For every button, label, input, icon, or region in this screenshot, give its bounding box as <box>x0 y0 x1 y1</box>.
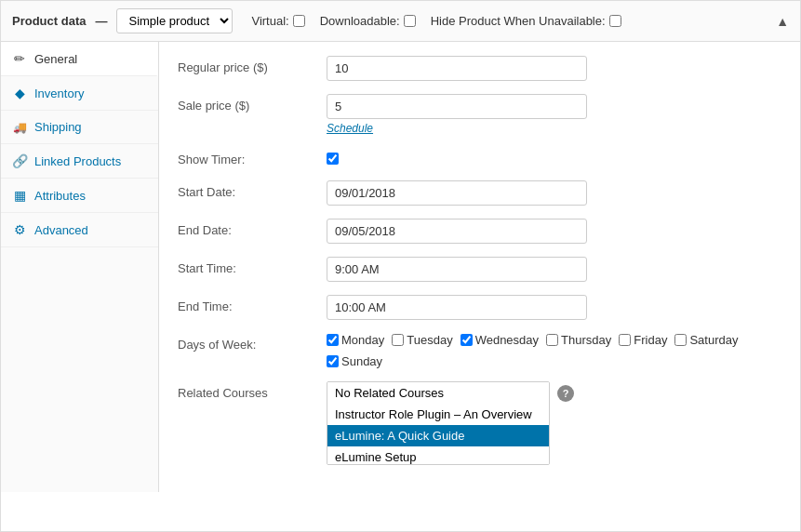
show-timer-row: Show Timer: <box>178 148 781 167</box>
downloadable-option[interactable]: Downloadable: <box>320 14 416 28</box>
show-timer-field <box>327 153 781 167</box>
product-data-dash: — <box>95 14 107 28</box>
sidebar-item-inventory[interactable]: ◆ Inventory <box>1 76 158 111</box>
downloadable-checkbox[interactable] <box>404 15 416 27</box>
start-time-label: Start Time: <box>178 257 327 275</box>
sidebar-item-linked-products[interactable]: 🔗 Linked Products <box>1 144 158 179</box>
related-courses-field: No Related Courses Instructor Role Plugi… <box>327 381 781 465</box>
tuesday-checkbox[interactable] <box>392 334 404 346</box>
sidebar-item-general[interactable]: ✏ General <box>1 42 158 76</box>
product-type-select[interactable]: Simple product <box>116 8 233 33</box>
inventory-icon: ◆ <box>12 86 27 100</box>
day-saturday[interactable]: Saturday <box>674 333 738 347</box>
days-of-week-row: Days of Week: Monday Tuesday <box>178 333 781 368</box>
header-options: Virtual: Downloadable: Hide Product When… <box>251 14 621 28</box>
day-monday[interactable]: Monday <box>327 333 384 347</box>
days-of-week-field: Monday Tuesday Wednesday Thursday <box>327 333 781 368</box>
end-date-field <box>327 219 781 244</box>
sidebar-label-shipping: Shipping <box>34 120 82 134</box>
regular-price-row: Regular price ($) <box>178 56 781 81</box>
start-date-input[interactable] <box>327 180 587 206</box>
collapse-button[interactable]: ▲ <box>776 14 789 29</box>
thursday-checkbox[interactable] <box>546 334 558 346</box>
related-courses-label: Related Courses <box>178 381 327 400</box>
days-checkboxes: Monday Tuesday Wednesday Thursday <box>327 333 781 368</box>
day-wednesday[interactable]: Wednesday <box>461 333 539 347</box>
monday-checkbox[interactable] <box>327 334 339 346</box>
course-option-elumine-setup[interactable]: eLumine Setup <box>327 446 549 465</box>
product-data-body: ✏ General ◆ Inventory 🚚 Shipping 🔗 Linke… <box>1 42 800 492</box>
days-of-week-label: Days of Week: <box>178 333 327 352</box>
show-timer-label: Show Timer: <box>178 148 327 166</box>
start-date-label: Start Date: <box>178 180 327 199</box>
hide-product-option[interactable]: Hide Product When Unavailable: <box>431 14 621 28</box>
related-courses-container: No Related Courses Instructor Role Plugi… <box>327 381 781 465</box>
saturday-checkbox[interactable] <box>674 334 687 346</box>
regular-price-field <box>327 56 781 81</box>
main-content: Regular price ($) Sale price ($) Schedul… <box>159 42 800 492</box>
end-date-input[interactable] <box>327 219 587 244</box>
sidebar-label-linked-products: Linked Products <box>34 154 121 168</box>
sale-price-field: Schedule <box>327 94 781 135</box>
start-time-input[interactable] <box>327 257 587 282</box>
sidebar-label-attributes: Attributes <box>34 189 86 203</box>
day-thursday[interactable]: Thursday <box>546 333 611 347</box>
sale-price-label: Sale price ($) <box>178 94 327 113</box>
end-time-field <box>327 295 781 320</box>
start-time-row: Start Time: <box>178 257 781 282</box>
linked-products-icon: 🔗 <box>12 153 27 168</box>
hide-product-checkbox[interactable] <box>609 15 621 27</box>
sale-price-row: Sale price ($) Schedule <box>178 94 781 135</box>
sidebar-item-advanced[interactable]: ⚙ Advanced <box>1 213 158 247</box>
attributes-icon: ▦ <box>12 188 27 203</box>
general-icon: ✏ <box>12 51 27 66</box>
shipping-icon: 🚚 <box>12 121 27 134</box>
virtual-option[interactable]: Virtual: <box>251 14 304 28</box>
end-date-label: End Date: <box>178 219 327 237</box>
sidebar-item-shipping[interactable]: 🚚 Shipping <box>1 111 158 144</box>
end-time-label: End Time: <box>178 295 327 313</box>
virtual-checkbox[interactable] <box>293 15 305 27</box>
end-date-row: End Date: <box>178 219 781 244</box>
start-time-field <box>327 257 781 282</box>
wednesday-checkbox[interactable] <box>461 334 473 346</box>
related-courses-row: Related Courses No Related Courses Instr… <box>178 381 781 465</box>
show-timer-checkbox[interactable] <box>327 153 339 165</box>
product-data-container: Product data — Simple product Virtual: D… <box>0 0 801 532</box>
sidebar-label-inventory: Inventory <box>34 86 84 100</box>
start-date-row: Start Date: <box>178 180 781 206</box>
course-option-elumine[interactable]: eLumine: A Quick Guide <box>327 425 549 446</box>
product-data-title: Product data <box>12 14 86 28</box>
advanced-icon: ⚙ <box>12 222 27 237</box>
start-date-field <box>327 180 781 206</box>
end-time-input[interactable] <box>327 295 587 320</box>
help-icon[interactable]: ? <box>557 385 574 402</box>
product-data-header: Product data — Simple product Virtual: D… <box>1 1 800 42</box>
sidebar-label-general: General <box>34 52 77 66</box>
sale-price-input[interactable] <box>327 94 587 119</box>
day-friday[interactable]: Friday <box>619 333 667 347</box>
schedule-link[interactable]: Schedule <box>327 122 781 135</box>
sidebar: ✏ General ◆ Inventory 🚚 Shipping 🔗 Linke… <box>1 42 159 492</box>
course-option-none[interactable]: No Related Courses <box>327 382 549 404</box>
day-tuesday[interactable]: Tuesday <box>392 333 452 347</box>
regular-price-label: Regular price ($) <box>178 56 327 74</box>
regular-price-input[interactable] <box>327 56 587 81</box>
course-option-instructor[interactable]: Instructor Role Plugin – An Overview <box>327 404 549 425</box>
sidebar-label-advanced: Advanced <box>34 223 88 237</box>
sunday-checkbox[interactable] <box>327 355 339 367</box>
end-time-row: End Time: <box>178 295 781 320</box>
day-sunday[interactable]: Sunday <box>327 354 382 368</box>
related-courses-select[interactable]: No Related Courses Instructor Role Plugi… <box>327 381 550 465</box>
friday-checkbox[interactable] <box>619 334 631 346</box>
sidebar-item-attributes[interactable]: ▦ Attributes <box>1 179 158 213</box>
